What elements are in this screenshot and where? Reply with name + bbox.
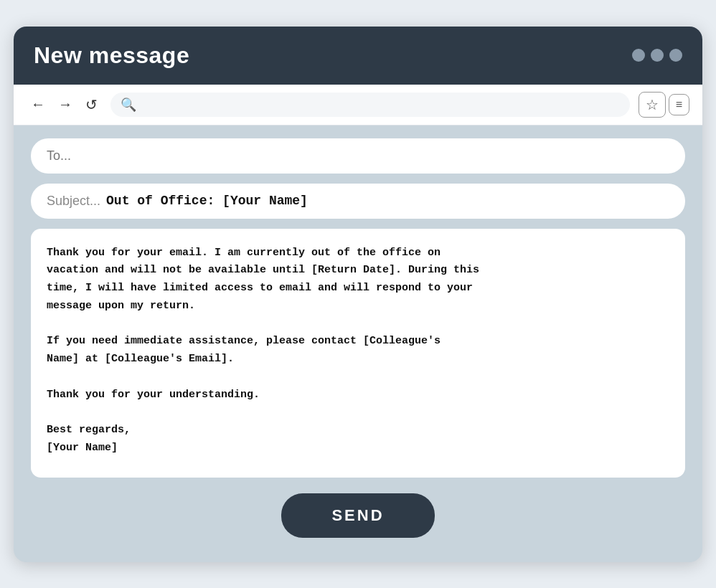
- forward-button[interactable]: →: [54, 93, 77, 115]
- to-field[interactable]: [31, 138, 685, 174]
- nav-right: ☆ ≡: [639, 92, 689, 118]
- search-box: 🔍: [110, 93, 630, 117]
- bookmark-button[interactable]: ☆: [639, 92, 666, 118]
- subject-value: Out of Office: [Your Name]: [106, 194, 308, 208]
- search-icon: 🔍: [121, 97, 136, 113]
- message-area[interactable]: Thank you for your email. I am currently…: [31, 229, 685, 478]
- dot-2: [651, 49, 664, 62]
- window-dots: [632, 49, 682, 62]
- window-title: New message: [34, 42, 189, 69]
- email-compose-window: New message ← → ↺ 🔍 ☆ ≡ Subject... Out o…: [14, 27, 702, 562]
- nav-bar: ← → ↺ 🔍 ☆ ≡: [14, 85, 702, 125]
- search-input[interactable]: [142, 98, 620, 110]
- email-body: Subject... Out of Office: [Your Name] Th…: [14, 125, 702, 562]
- send-button[interactable]: SEND: [281, 493, 434, 538]
- subject-placeholder: Subject...: [47, 194, 100, 209]
- dot-1: [632, 49, 645, 62]
- subject-row[interactable]: Subject... Out of Office: [Your Name]: [31, 184, 685, 219]
- menu-button[interactable]: ≡: [669, 94, 689, 115]
- message-text: Thank you for your email. I am currently…: [47, 245, 669, 457]
- dot-3: [669, 49, 682, 62]
- back-button[interactable]: ←: [27, 93, 50, 115]
- title-bar: New message: [14, 27, 702, 85]
- refresh-button[interactable]: ↺: [81, 93, 102, 116]
- send-row: SEND: [31, 488, 685, 545]
